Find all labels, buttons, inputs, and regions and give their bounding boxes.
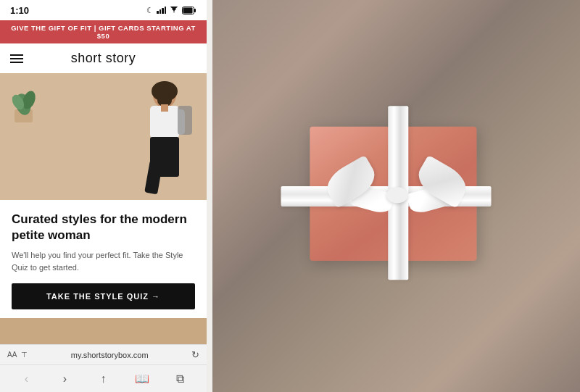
bow-center-knot <box>386 187 407 203</box>
svg-rect-13 <box>144 160 163 194</box>
translate-icon: ⊤ <box>21 351 28 359</box>
hero-woman-figure <box>112 80 192 200</box>
promo-banner[interactable]: GIVE THE GIFT OF FIT | GIFT CARDS STARTI… <box>0 20 207 43</box>
svg-rect-1 <box>194 9 196 12</box>
status-time: 1:10 <box>10 5 29 16</box>
status-icons: ☾ <box>146 6 196 15</box>
wifi-icon <box>169 7 179 14</box>
phone-mockup: 1:10 ☾ GIVE THE GIFT OF FIT | GIFT CARDS… <box>0 0 207 392</box>
style-quiz-button[interactable]: TAKE THE STYLE QUIZ → <box>12 283 195 309</box>
bookmarks-button[interactable]: 📖 <box>131 368 153 390</box>
moon-icon: ☾ <box>146 6 154 15</box>
hero-plant-icon <box>7 84 40 124</box>
hero-image <box>0 73 207 200</box>
svg-rect-15 <box>178 106 192 135</box>
browser-aa-label: AA <box>7 351 17 359</box>
svg-rect-11 <box>161 104 168 112</box>
gift-box-photo <box>212 0 580 392</box>
status-bar: 1:10 ☾ <box>0 0 207 20</box>
card-heading: Curated styles for the modern petite wom… <box>12 212 195 243</box>
share-button[interactable]: ↑ <box>93 368 115 390</box>
hamburger-menu-icon[interactable] <box>10 54 23 63</box>
content-card: Curated styles for the modern petite wom… <box>0 200 207 318</box>
svg-rect-2 <box>183 7 193 13</box>
battery-icon <box>182 7 196 14</box>
bottom-toolbar: ‹ › ↑ 📖 ⧉ <box>0 364 207 392</box>
signal-bars-icon <box>157 7 166 14</box>
tabs-button[interactable]: ⧉ <box>170 368 191 390</box>
back-button[interactable]: ‹ <box>16 368 38 390</box>
forward-button[interactable]: › <box>54 368 76 390</box>
nav-bar: short story <box>0 43 207 73</box>
site-title: short story <box>71 51 136 66</box>
card-subtext: We'll help you find your perfect fit. Ta… <box>12 249 195 273</box>
refresh-icon[interactable]: ↻ <box>191 349 199 360</box>
browser-bar: AA ⊤ my.shortstorybox.com ↻ <box>0 344 207 364</box>
browser-url[interactable]: my.shortstorybox.com <box>32 351 187 359</box>
